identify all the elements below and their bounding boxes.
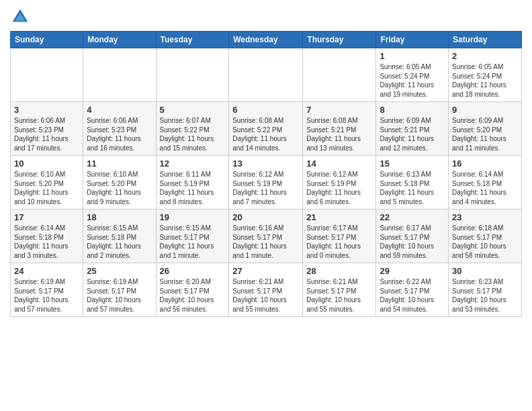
weekday-saturday: Saturday (449, 32, 522, 48)
day-info: Sunrise: 6:10 AM Sunset: 5:20 PM Dayligh… (87, 170, 152, 206)
calendar-cell: 19Sunrise: 6:15 AM Sunset: 5:17 PM Dayli… (156, 210, 229, 263)
day-number: 5 (160, 105, 226, 115)
day-info: Sunrise: 6:10 AM Sunset: 5:20 PM Dayligh… (14, 170, 79, 206)
calendar-cell (303, 48, 376, 102)
day-number: 4 (87, 105, 152, 115)
calendar-cell: 5Sunrise: 6:07 AM Sunset: 5:22 PM Daylig… (156, 102, 229, 156)
day-number: 16 (452, 158, 518, 169)
day-info: Sunrise: 6:15 AM Sunset: 5:17 PM Dayligh… (160, 224, 226, 260)
day-info: Sunrise: 6:11 AM Sunset: 5:19 PM Dayligh… (160, 170, 226, 206)
day-info: Sunrise: 6:06 AM Sunset: 5:23 PM Dayligh… (14, 116, 79, 152)
day-number: 12 (160, 158, 226, 169)
day-number: 15 (380, 158, 445, 169)
page-container: SundayMondayTuesdayWednesdayThursdayFrid… (0, 0, 532, 324)
day-number: 3 (14, 105, 79, 115)
week-row-4: 17Sunrise: 6:14 AM Sunset: 5:18 PM Dayli… (11, 210, 522, 263)
day-number: 2 (452, 51, 518, 61)
day-info: Sunrise: 6:14 AM Sunset: 5:18 PM Dayligh… (452, 170, 518, 206)
day-info: Sunrise: 6:14 AM Sunset: 5:18 PM Dayligh… (14, 224, 79, 260)
calendar-cell: 30Sunrise: 6:23 AM Sunset: 5:17 PM Dayli… (449, 263, 522, 317)
day-info: Sunrise: 6:05 AM Sunset: 5:24 PM Dayligh… (452, 62, 518, 99)
calendar-cell: 20Sunrise: 6:16 AM Sunset: 5:17 PM Dayli… (229, 210, 303, 263)
calendar-cell: 18Sunrise: 6:15 AM Sunset: 5:18 PM Dayli… (83, 210, 156, 263)
day-number: 22 (380, 212, 445, 222)
day-number: 17 (14, 212, 79, 222)
calendar-cell: 10Sunrise: 6:10 AM Sunset: 5:20 PM Dayli… (11, 156, 83, 210)
calendar-cell: 16Sunrise: 6:14 AM Sunset: 5:18 PM Dayli… (449, 156, 522, 210)
day-info: Sunrise: 6:21 AM Sunset: 5:17 PM Dayligh… (232, 277, 299, 314)
day-info: Sunrise: 6:08 AM Sunset: 5:22 PM Dayligh… (232, 116, 299, 152)
calendar-cell (229, 48, 303, 102)
day-info: Sunrise: 6:05 AM Sunset: 5:24 PM Dayligh… (380, 62, 445, 99)
day-number: 27 (232, 266, 299, 276)
logo-icon (10, 7, 30, 27)
calendar-table: SundayMondayTuesdayWednesdayThursdayFrid… (10, 31, 522, 317)
day-info: Sunrise: 6:17 AM Sunset: 5:17 PM Dayligh… (380, 224, 445, 260)
day-number: 11 (87, 158, 152, 169)
calendar-cell (83, 48, 156, 102)
day-number: 10 (14, 158, 79, 169)
calendar-cell: 17Sunrise: 6:14 AM Sunset: 5:18 PM Dayli… (11, 210, 83, 263)
calendar-cell: 12Sunrise: 6:11 AM Sunset: 5:19 PM Dayli… (156, 156, 229, 210)
calendar-cell: 11Sunrise: 6:10 AM Sunset: 5:20 PM Dayli… (83, 156, 156, 210)
day-number: 21 (306, 212, 372, 222)
day-info: Sunrise: 6:19 AM Sunset: 5:17 PM Dayligh… (87, 277, 152, 314)
calendar-cell (156, 48, 229, 102)
day-number: 30 (452, 266, 518, 276)
calendar-cell: 2Sunrise: 6:05 AM Sunset: 5:24 PM Daylig… (449, 48, 522, 102)
day-info: Sunrise: 6:08 AM Sunset: 5:21 PM Dayligh… (306, 116, 372, 152)
week-row-5: 24Sunrise: 6:19 AM Sunset: 5:17 PM Dayli… (11, 263, 522, 317)
day-number: 23 (452, 212, 518, 222)
day-info: Sunrise: 6:09 AM Sunset: 5:20 PM Dayligh… (452, 116, 518, 152)
calendar-cell: 25Sunrise: 6:19 AM Sunset: 5:17 PM Dayli… (83, 263, 156, 317)
day-info: Sunrise: 6:20 AM Sunset: 5:17 PM Dayligh… (160, 277, 226, 314)
calendar-cell: 22Sunrise: 6:17 AM Sunset: 5:17 PM Dayli… (376, 210, 449, 263)
day-number: 20 (232, 212, 299, 222)
day-info: Sunrise: 6:13 AM Sunset: 5:18 PM Dayligh… (380, 170, 445, 206)
day-info: Sunrise: 6:12 AM Sunset: 5:19 PM Dayligh… (306, 170, 372, 206)
day-info: Sunrise: 6:19 AM Sunset: 5:17 PM Dayligh… (14, 277, 79, 314)
calendar-cell: 27Sunrise: 6:21 AM Sunset: 5:17 PM Dayli… (229, 263, 303, 317)
calendar-cell: 8Sunrise: 6:09 AM Sunset: 5:21 PM Daylig… (376, 102, 449, 156)
calendar-cell: 6Sunrise: 6:08 AM Sunset: 5:22 PM Daylig… (229, 102, 303, 156)
calendar-cell: 1Sunrise: 6:05 AM Sunset: 5:24 PM Daylig… (376, 48, 449, 102)
day-info: Sunrise: 6:07 AM Sunset: 5:22 PM Dayligh… (160, 116, 226, 152)
day-info: Sunrise: 6:16 AM Sunset: 5:17 PM Dayligh… (232, 224, 299, 260)
day-number: 9 (452, 105, 518, 115)
logo (10, 7, 33, 27)
day-number: 28 (306, 266, 372, 276)
week-row-2: 3Sunrise: 6:06 AM Sunset: 5:23 PM Daylig… (11, 102, 522, 156)
day-number: 24 (14, 266, 79, 276)
weekday-tuesday: Tuesday (156, 32, 229, 48)
calendar-cell: 23Sunrise: 6:18 AM Sunset: 5:17 PM Dayli… (449, 210, 522, 263)
day-info: Sunrise: 6:06 AM Sunset: 5:23 PM Dayligh… (87, 116, 152, 152)
day-number: 29 (380, 266, 445, 276)
calendar-cell (11, 48, 83, 102)
day-number: 19 (160, 212, 226, 222)
weekday-wednesday: Wednesday (229, 32, 303, 48)
day-number: 6 (232, 105, 299, 115)
day-number: 8 (380, 105, 445, 115)
week-row-1: 1Sunrise: 6:05 AM Sunset: 5:24 PM Daylig… (11, 48, 522, 102)
calendar-cell: 9Sunrise: 6:09 AM Sunset: 5:20 PM Daylig… (449, 102, 522, 156)
weekday-friday: Friday (376, 32, 449, 48)
day-number: 1 (380, 51, 445, 61)
day-number: 14 (306, 158, 372, 169)
day-number: 26 (160, 266, 226, 276)
day-info: Sunrise: 6:17 AM Sunset: 5:17 PM Dayligh… (306, 224, 372, 260)
weekday-header-row: SundayMondayTuesdayWednesdayThursdayFrid… (11, 32, 522, 48)
calendar-cell: 28Sunrise: 6:21 AM Sunset: 5:17 PM Dayli… (303, 263, 376, 317)
header (10, 7, 522, 27)
calendar-cell: 24Sunrise: 6:19 AM Sunset: 5:17 PM Dayli… (11, 263, 83, 317)
day-number: 25 (87, 266, 152, 276)
calendar-cell: 15Sunrise: 6:13 AM Sunset: 5:18 PM Dayli… (376, 156, 449, 210)
day-number: 7 (306, 105, 372, 115)
weekday-thursday: Thursday (303, 32, 376, 48)
week-row-3: 10Sunrise: 6:10 AM Sunset: 5:20 PM Dayli… (11, 156, 522, 210)
calendar-cell: 21Sunrise: 6:17 AM Sunset: 5:17 PM Dayli… (303, 210, 376, 263)
calendar-cell: 7Sunrise: 6:08 AM Sunset: 5:21 PM Daylig… (303, 102, 376, 156)
day-info: Sunrise: 6:12 AM Sunset: 5:19 PM Dayligh… (232, 170, 299, 206)
day-info: Sunrise: 6:23 AM Sunset: 5:17 PM Dayligh… (452, 277, 518, 314)
calendar-cell: 29Sunrise: 6:22 AM Sunset: 5:17 PM Dayli… (376, 263, 449, 317)
day-info: Sunrise: 6:21 AM Sunset: 5:17 PM Dayligh… (306, 277, 372, 314)
